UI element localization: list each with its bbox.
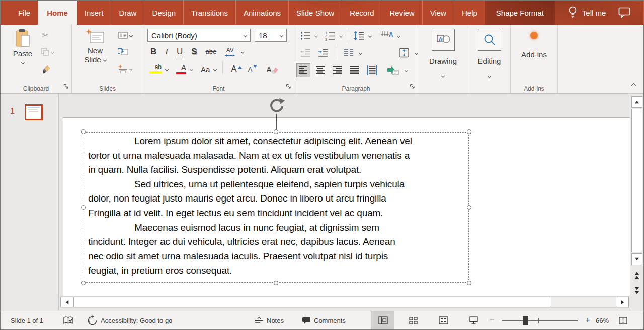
new-slide-button[interactable]: New Slide (79, 29, 111, 64)
selection-handle[interactable] (81, 205, 86, 210)
slide-layout-button[interactable] (118, 31, 132, 39)
reset-slide-button[interactable] (118, 47, 128, 56)
drawing-button[interactable]: A (432, 29, 455, 51)
slideshow-view-button[interactable] (462, 311, 485, 329)
comments-button[interactable]: Comments (302, 311, 346, 329)
text-box[interactable]: Lorem ipsum dolor sit amet, consectetur … (84, 132, 469, 283)
tell-me[interactable]: Tell me (568, 1, 606, 25)
tab-design[interactable]: Design (144, 1, 183, 25)
selection-handle[interactable] (467, 281, 471, 285)
horizontal-scrollbar[interactable] (60, 296, 629, 308)
align-text-button[interactable] (396, 47, 412, 59)
selection-handle[interactable] (81, 129, 86, 134)
text-box-content[interactable]: Lorem ipsum dolor sit amet, consectetur … (84, 133, 468, 280)
clear-formatting-button[interactable]: A (264, 64, 280, 75)
next-slide-button[interactable] (632, 284, 642, 296)
reading-view-button[interactable] (432, 311, 455, 329)
paste-dropdown-icon[interactable] (21, 61, 24, 64)
slide-sorter-view-button[interactable] (401, 311, 425, 329)
highlight-dropdown-icon[interactable] (165, 67, 169, 71)
text-shadow-button[interactable]: S (189, 46, 199, 58)
italic-button[interactable]: I (163, 46, 170, 58)
tab-animations[interactable]: Animations (235, 1, 288, 25)
increase-font-size-button[interactable]: A (229, 63, 244, 75)
zoom-in-button[interactable]: + (585, 311, 590, 329)
drawing-dropdown-icon[interactable] (441, 74, 445, 78)
highlight-color-button[interactable]: ab (147, 63, 164, 75)
align-text-dropdown-icon[interactable] (415, 51, 418, 54)
columns-dropdown-icon[interactable] (359, 51, 362, 54)
scroll-left-button[interactable] (60, 297, 73, 307)
rotate-handle-icon[interactable] (268, 98, 285, 115)
convert-to-smartart-button[interactable] (385, 63, 402, 77)
zoom-slider-track[interactable] (502, 320, 578, 321)
bullets-button[interactable] (298, 30, 312, 42)
section-button[interactable] (118, 64, 132, 73)
distributed-button[interactable] (365, 63, 380, 77)
new-slide-dropdown-icon[interactable] (103, 58, 107, 61)
copy-button[interactable] (41, 48, 54, 56)
scroll-down-button[interactable] (631, 253, 642, 265)
tab-insert[interactable]: Insert (77, 1, 111, 25)
line-spacing-dropdown-icon[interactable] (368, 34, 372, 37)
font-size-dropdown-icon[interactable] (280, 33, 283, 37)
align-center-button[interactable] (313, 63, 328, 77)
clipboard-dialog-launcher-icon[interactable] (63, 82, 69, 91)
addins-button[interactable]: Add-ins (511, 32, 557, 59)
slide-canvas[interactable]: Lorem ipsum dolor sit amet, consectetur … (59, 94, 630, 311)
zoom-slider-thumb[interactable] (523, 316, 528, 325)
align-left-button[interactable] (296, 63, 310, 77)
character-spacing-button[interactable]: AV (223, 46, 237, 58)
tab-file[interactable]: File (11, 1, 38, 25)
tab-record[interactable]: Record (342, 1, 381, 25)
tab-transitions[interactable]: Transitions (183, 1, 235, 25)
strikethrough-button[interactable]: abe (204, 46, 219, 58)
line-spacing-button[interactable] (352, 30, 366, 42)
fit-to-window-button[interactable] (619, 311, 627, 329)
bold-button[interactable]: B (148, 46, 158, 58)
horizontal-scrollbar-thumb[interactable] (73, 297, 551, 307)
character-spacing-dropdown-icon[interactable] (241, 50, 245, 53)
change-case-button[interactable]: Aa (199, 64, 212, 75)
vertical-scrollbar[interactable] (630, 94, 643, 311)
justify-button[interactable] (348, 63, 362, 77)
normal-view-button[interactable] (371, 311, 394, 329)
font-dialog-launcher-icon[interactable] (286, 82, 291, 91)
section-dropdown-icon[interactable] (129, 67, 133, 71)
paragraph-dialog-launcher-icon[interactable] (410, 82, 415, 91)
smartart-dropdown-icon[interactable] (405, 68, 408, 72)
paste-button[interactable]: Paste (9, 29, 37, 64)
font-name-combobox[interactable]: Calibri (Body) (147, 29, 251, 42)
tab-slide-show[interactable]: Slide Show (288, 1, 342, 25)
horizontal-scrollbar-track[interactable] (551, 297, 616, 307)
selection-handle[interactable] (274, 129, 278, 134)
scroll-up-button[interactable] (631, 96, 642, 108)
text-direction-dropdown-icon[interactable] (397, 34, 400, 37)
tab-home[interactable]: Home (38, 1, 77, 25)
slide-thumbnail[interactable] (25, 104, 43, 120)
tab-view[interactable]: View (422, 1, 454, 25)
accessibility-checker[interactable]: Accessibility: Good to go (87, 311, 172, 329)
vertical-scrollbar-thumb[interactable] (631, 109, 642, 252)
selection-handle[interactable] (274, 281, 278, 285)
spell-check-button[interactable] (63, 311, 73, 329)
zoom-level[interactable]: 66% (596, 311, 609, 329)
bullets-dropdown-icon[interactable] (314, 34, 318, 37)
align-right-button[interactable] (331, 63, 345, 77)
font-size-combobox[interactable]: 18 (255, 29, 287, 42)
selection-handle[interactable] (81, 281, 86, 285)
tab-shape-format[interactable]: Shape Format (485, 1, 555, 25)
columns-button[interactable] (342, 47, 356, 59)
tab-draw[interactable]: Draw (111, 1, 144, 25)
font-name-dropdown-icon[interactable] (244, 33, 247, 37)
tab-review[interactable]: Review (382, 1, 422, 25)
format-painter-button[interactable] (42, 65, 51, 74)
scroll-right-button[interactable] (616, 297, 629, 307)
selection-handle[interactable] (467, 205, 471, 210)
editing-dropdown-icon[interactable] (488, 74, 491, 78)
font-color-button[interactable]: A (174, 63, 188, 76)
decrease-indent-button[interactable] (298, 47, 312, 59)
text-direction-button[interactable]: A (379, 30, 395, 42)
layout-dropdown-icon[interactable] (129, 33, 133, 37)
underline-button[interactable]: U (175, 46, 185, 58)
